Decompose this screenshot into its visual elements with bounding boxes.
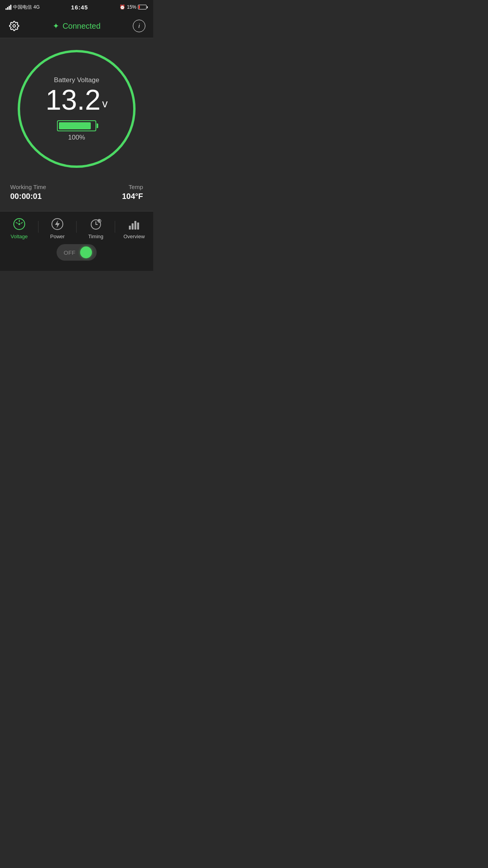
svg-point-1 <box>18 223 20 225</box>
battery-indicator: 100% <box>57 120 96 142</box>
info-button[interactable]: i <box>133 20 145 32</box>
voltage-label: Battery Voltage <box>54 76 99 84</box>
signal-bar-3 <box>9 6 10 10</box>
temp-value: 104°F <box>122 192 143 201</box>
working-time-value: 00:00:01 <box>10 192 46 201</box>
voltage-circle-container: Battery Voltage 13.2 v 100% <box>6 50 147 168</box>
status-bar: 中国电信 4G 16:45 ⏰ 15% <box>0 0 153 14</box>
bluetooth-icon: ✦ <box>53 21 59 31</box>
carrier-name: 中国电信 <box>13 4 32 11</box>
tab-power[interactable]: Power <box>39 217 77 239</box>
stats-row: Working Time 00:00:01 Temp 104°F <box>6 176 147 205</box>
svg-marker-6 <box>55 220 60 228</box>
battery-display <box>57 120 96 131</box>
signal-bar-2 <box>7 7 8 10</box>
status-right: ⏰ 15% <box>119 4 148 10</box>
bottom-nav: Voltage Power <box>0 211 153 271</box>
working-time-label: Working Time <box>10 184 46 190</box>
power-tab-label: Power <box>50 234 65 239</box>
nav-tabs: Voltage Power <box>0 217 153 239</box>
overview-tab-label: Overview <box>123 234 145 239</box>
power-toggle[interactable]: OFF <box>57 244 97 261</box>
timing-tab-icon <box>89 217 103 231</box>
tab-timing[interactable]: Timing <box>77 217 115 239</box>
signal-bars <box>6 4 11 10</box>
signal-bar-1 <box>6 8 7 10</box>
voltage-unit: v <box>102 98 108 109</box>
tab-overview[interactable]: Overview <box>115 217 154 239</box>
temp-label: Temp <box>122 184 143 190</box>
toggle-container: OFF <box>0 239 153 267</box>
overview-tab-icon <box>127 217 141 231</box>
battery-icon <box>138 5 148 9</box>
svg-rect-14 <box>134 221 136 230</box>
svg-line-3 <box>21 223 22 223</box>
voltage-value-display: 13.2 v <box>46 86 108 114</box>
battery-body <box>138 5 147 9</box>
battery-tip <box>147 6 148 8</box>
settings-icon <box>9 21 19 31</box>
status-time: 16:45 <box>71 4 88 11</box>
svg-line-4 <box>16 223 18 223</box>
voltage-circle: Battery Voltage 13.2 v 100% <box>18 50 136 168</box>
settings-button[interactable] <box>8 20 20 32</box>
connection-label: Connected <box>62 22 101 31</box>
signal-bar-4 <box>10 5 11 10</box>
timing-tab-label: Timing <box>88 234 103 239</box>
header: ✦ Connected i <box>0 14 153 38</box>
tab-voltage[interactable]: Voltage <box>0 217 39 239</box>
svg-rect-12 <box>129 226 131 230</box>
battery-percent-label: 100% <box>68 134 85 142</box>
battery-display-fill <box>59 122 91 129</box>
toggle-knob <box>80 246 92 258</box>
voltage-tab-icon <box>12 217 26 231</box>
info-icon: i <box>138 23 139 29</box>
power-tab-icon <box>50 217 64 231</box>
battery-fill <box>139 6 140 9</box>
working-time-stat: Working Time 00:00:01 <box>10 184 46 201</box>
connection-status: ✦ Connected <box>53 21 101 31</box>
temp-stat: Temp 104°F <box>122 184 143 201</box>
battery-percent-text: 15% <box>127 4 136 10</box>
svg-rect-15 <box>137 223 139 230</box>
voltage-tab-label: Voltage <box>11 234 28 239</box>
voltage-number: 13.2 <box>46 86 101 114</box>
alarm-icon: ⏰ <box>119 4 125 10</box>
network-type: 4G <box>33 4 40 10</box>
status-left: 中国电信 4G <box>6 4 40 11</box>
main-content: Battery Voltage 13.2 v 100% Working Time… <box>0 38 153 211</box>
svg-rect-13 <box>132 223 134 230</box>
toggle-label: OFF <box>64 249 75 256</box>
